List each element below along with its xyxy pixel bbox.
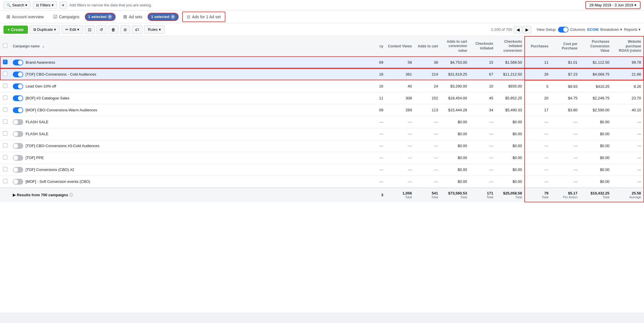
date-range-button[interactable]: 28 May 2019 - 3 Jun 2019 ▾	[585, 1, 641, 9]
adds-to-cart-val-cell: $0.00	[440, 164, 469, 176]
row-checkbox[interactable]	[3, 119, 8, 124]
adsets-deselect-button[interactable]: ✕	[171, 15, 175, 19]
filters-button[interactable]: ⊟ Filters ▾	[33, 1, 57, 9]
footer-campaign-label: Results from 700 campaigns	[17, 193, 68, 197]
adds-to-cart-val-header[interactable]: Adds to cart conversion value	[440, 36, 469, 56]
campaign-toggle[interactable]	[13, 60, 23, 65]
adds-to-cart-cell: 113	[414, 104, 440, 116]
create-button[interactable]: + Create	[3, 26, 28, 34]
campaigns-selected-badge[interactable]: 1 selected ✕	[85, 13, 116, 21]
tags-button[interactable]: 🏷	[132, 25, 142, 34]
rules-button[interactable]: Rules ▾	[144, 25, 164, 34]
row-checkbox-cell[interactable]	[0, 116, 10, 128]
row-checkbox[interactable]	[3, 60, 8, 64]
checkouts-conv-cell: $0.00	[496, 152, 525, 164]
campaign-name-label: [TOF] Conversions (CBO) #2	[26, 167, 74, 172]
adds-to-cart-val-cell: $18,454.00	[440, 92, 469, 104]
row-checkbox[interactable]	[3, 83, 8, 88]
row-checkbox-cell[interactable]	[0, 80, 10, 92]
purchases-header[interactable]: Purchases	[525, 36, 551, 56]
row-checkbox-cell[interactable]	[0, 152, 10, 164]
adds-to-cart-val-cell: $0.00	[440, 152, 469, 164]
select-all-header[interactable]	[0, 36, 10, 56]
row-checkbox-cell[interactable]	[0, 56, 10, 69]
row-checkbox-cell[interactable]	[0, 128, 10, 140]
row-checkbox[interactable]	[3, 131, 8, 136]
row-checkbox[interactable]	[3, 167, 8, 172]
prev-page-button[interactable]: ◀	[514, 26, 522, 33]
select-all-checkbox[interactable]	[3, 43, 8, 48]
row-checkbox-cell[interactable]	[0, 104, 10, 116]
row-checkbox[interactable]	[3, 143, 8, 148]
footer-info-icon: ⓘ	[69, 192, 73, 198]
columns-button[interactable]: Columns: ECOM	[570, 27, 599, 32]
delete-button[interactable]: 🗑	[108, 25, 119, 34]
table-header-row: Campaign name ▲ cy Content Views Adds to…	[0, 36, 644, 56]
checkouts-conv-cell: $5,852.25	[496, 92, 525, 104]
row-checkbox-cell[interactable]	[0, 176, 10, 188]
checkouts-conv-header[interactable]: Checkouts initiated conversion	[496, 36, 525, 56]
cost-per-purchase-cell: —	[551, 140, 580, 152]
edit-button[interactable]: ✏ Edit ▾	[62, 25, 83, 34]
campaign-toggle[interactable]	[13, 83, 23, 89]
adds-to-cart-cell: —	[414, 176, 440, 188]
row-checkbox[interactable]	[3, 179, 8, 183]
campaign-toggle[interactable]	[13, 131, 23, 137]
ad-sets-tab[interactable]: ⊞ Ad sets	[119, 12, 146, 22]
table-row: FLASH SALE — — — $0.00 — $0.00 — — $0.00…	[0, 116, 644, 128]
campaign-toggle[interactable]	[13, 155, 23, 161]
campaign-toggle[interactable]	[13, 179, 23, 185]
copy-button[interactable]: ⊡	[85, 25, 95, 34]
purchases-conv-val-cell: $0.00	[580, 116, 612, 128]
row-checkbox[interactable]	[3, 95, 8, 100]
breakdown-button[interactable]: Breakdown ▾	[600, 27, 622, 32]
purchases-conv-val-cell: $0.00	[580, 140, 612, 152]
filters-label: Filters	[40, 3, 50, 7]
adds-to-cart-header[interactable]: Adds to cart	[414, 36, 440, 56]
campaign-toggle[interactable]	[13, 143, 23, 149]
ads-for-adset-tab[interactable]: ⊡ Ads for 1 Ad set	[182, 12, 225, 22]
checkouts-header[interactable]: Checkouts initiated	[469, 36, 496, 56]
purchases-conv-val-header[interactable]: Purchases Conversion Value	[580, 36, 612, 56]
campaign-name-label: [TOF] CBO-Conversions #3-Cold Audiences	[26, 144, 99, 148]
campaigns-deselect-button[interactable]: ✕	[107, 15, 112, 19]
row-checkbox[interactable]	[3, 107, 8, 112]
content-views-cell: —	[386, 164, 414, 176]
row-checkbox-cell[interactable]	[0, 164, 10, 176]
content-views-header[interactable]: Content Views	[386, 36, 414, 56]
campaigns-tab[interactable]: ☑ Campaigns	[49, 12, 84, 22]
row-checkbox[interactable]	[3, 155, 8, 160]
cy-cell: 69	[371, 56, 386, 69]
campaign-name-header[interactable]: Campaign name ▲	[10, 36, 371, 56]
purchases-cell: —	[525, 128, 551, 140]
row-checkbox-cell[interactable]	[0, 140, 10, 152]
row-checkbox-cell[interactable]	[0, 92, 10, 104]
cost-per-purchase-header[interactable]: Cost per Purchase	[551, 36, 580, 56]
row-checkbox[interactable]	[3, 72, 8, 76]
add-filter-button[interactable]: +	[59, 1, 67, 9]
search-button[interactable]: 🔍 Search ▾	[3, 1, 31, 9]
checkouts-conv-cell: $935.00	[496, 80, 525, 92]
view-setup-toggle[interactable]	[558, 27, 568, 33]
purchases-cell: —	[525, 140, 551, 152]
checkouts-cell: 67	[469, 68, 496, 80]
campaign-toggle[interactable]	[13, 167, 23, 173]
refresh-button[interactable]: ↺	[96, 25, 106, 34]
campaign-toggle[interactable]	[13, 95, 23, 101]
filter-hint: Add filters to narrow the data that you …	[69, 3, 583, 7]
reports-button[interactable]: Reports ▾	[624, 27, 641, 32]
row-checkbox-cell[interactable]	[0, 68, 10, 80]
campaign-toggle[interactable]	[13, 119, 23, 125]
duplicate-button[interactable]: ⧉ Duplicate ▾	[30, 25, 60, 34]
campaign-toggle[interactable]	[13, 72, 23, 77]
next-page-button[interactable]: ▶	[523, 26, 531, 33]
adsets-selected-badge[interactable]: 1 selected ✕	[148, 13, 179, 21]
history-button[interactable]: ⊘	[120, 25, 130, 34]
table-row: [MOF] - Soft Conversion events (CBO) — —…	[0, 176, 644, 188]
campaign-toggle[interactable]	[13, 107, 23, 113]
cy-header: cy	[371, 36, 386, 56]
roas-header[interactable]: Website purchase ROAS (return	[612, 36, 644, 56]
account-overview-tab[interactable]: ⊞ Account overview	[2, 12, 48, 22]
cost-per-purchase-cell: $9.93	[551, 80, 580, 92]
cy-cell: 18	[371, 68, 386, 80]
